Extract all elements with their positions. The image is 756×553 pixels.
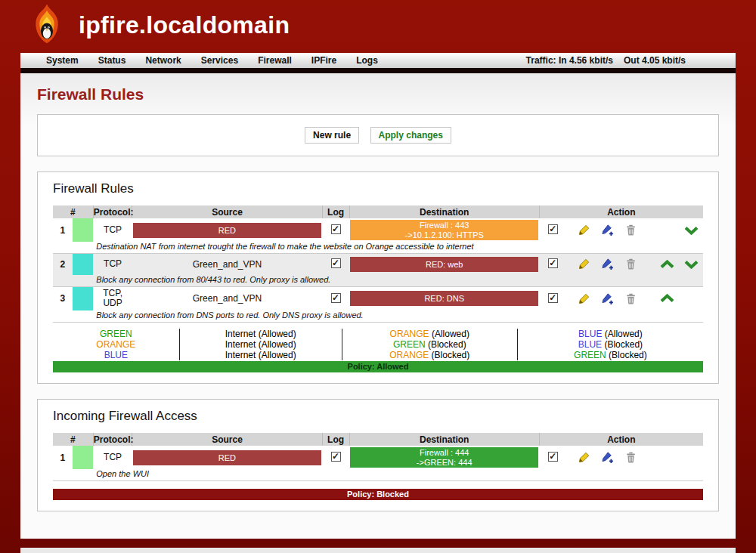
rule-remark: Block any connection from DNS ports to r… [93, 310, 703, 323]
move-down-slot [681, 293, 701, 304]
col-header-protocol: Protocol: [93, 205, 132, 218]
ipfire-flame-logo-icon [27, 3, 67, 47]
nav-item-firewall[interactable]: Firewall [258, 55, 292, 66]
policy-status-bar: Policy: Allowed [53, 361, 703, 372]
log-checkbox[interactable]: ✓ [331, 224, 341, 234]
destination-line2: ->10.1.2.100: HTTPS [350, 230, 538, 240]
copy-rule-pen-icon[interactable] [601, 452, 614, 463]
col-header-source: Source [132, 433, 322, 446]
col-header-log: Log [322, 205, 349, 218]
app-header: ipfire.localdomain [0, 0, 756, 50]
move-up-icon[interactable] [657, 259, 677, 270]
legend-zone-cell: GREEN [53, 329, 180, 339]
traffic-stats: Traffic: In 4.56 kbit/s Out 4.05 kbit/s [526, 55, 736, 66]
move-up-slot [657, 225, 677, 236]
check-icon: ✓ [332, 258, 339, 268]
ipfire-admin-page: ipfire.localdomain System Status Network… [0, 0, 756, 553]
copy-rule-pen-icon[interactable] [601, 293, 614, 304]
edit-pencil-icon[interactable] [578, 258, 590, 270]
col-header-protocol: Protocol: [93, 433, 132, 446]
col-header-source: Source [132, 205, 322, 218]
nav-item-ipfire[interactable]: IPFire [311, 55, 336, 66]
rules-toolbar: New rule Apply changes [37, 114, 719, 156]
log-checkbox[interactable]: ✓ [331, 452, 341, 462]
rule-note-row: Block any connection from DNS ports to r… [53, 310, 703, 323]
rule-color-strip [73, 446, 94, 469]
legend-policy-cell: GREEN (Blocked) [518, 350, 703, 360]
check-icon: ✓ [332, 292, 339, 303]
log-checkbox[interactable]: ✓ [331, 258, 341, 268]
col-header-action: Action [539, 205, 703, 218]
rule-number: 1 [53, 446, 73, 469]
move-down-icon[interactable] [681, 225, 701, 236]
edit-pencil-icon[interactable] [578, 452, 590, 463]
table-header-row: # Protocol: Source Log Destination Actio… [53, 205, 703, 218]
table-row: 1 TCP RED ✓ Firewall : 444 ->GREEN: 444 … [53, 446, 703, 469]
table-row: 3 TCP, UDP Green_and_VPN ✓ RED: DNS ✓ [53, 286, 703, 310]
rule-active-checkbox[interactable]: ✓ [548, 258, 558, 268]
destination-zone-badge: RED: DNS [350, 291, 538, 306]
source-zone: Green_and_VPN [132, 286, 322, 310]
rule-color-strip [73, 218, 94, 242]
traffic-in: Traffic: In 4.56 kbit/s [526, 55, 613, 66]
rule-protocol: TCP, UDP [93, 286, 132, 310]
copy-rule-pen-icon[interactable] [601, 258, 614, 270]
nav-item-system[interactable]: System [46, 55, 79, 66]
nav-item-logs[interactable]: Logs [356, 55, 378, 66]
edit-pencil-icon[interactable] [578, 293, 590, 304]
move-up-icon[interactable] [657, 293, 677, 304]
rule-color-strip [73, 286, 94, 310]
log-checkbox[interactable]: ✓ [331, 293, 341, 303]
destination-line1: Firewall : 444 [350, 448, 538, 458]
legend-policy-cell: GREEN (Blocked) [342, 339, 518, 350]
rule-remark: Block any connection from 80/443 to red.… [93, 275, 703, 287]
col-header-destination: Destination [349, 205, 539, 218]
rule-protocol: TCP [93, 446, 132, 469]
col-header-num: # [53, 205, 93, 218]
rule-remark: Open the WUI [93, 469, 703, 481]
policy-status-bar: Policy: Blocked [53, 489, 703, 500]
rule-number: 2 [53, 254, 73, 275]
new-rule-button[interactable]: New rule [305, 127, 359, 144]
rule-number: 3 [53, 286, 73, 310]
delete-trash-icon[interactable] [625, 452, 637, 463]
rule-active-checkbox[interactable]: ✓ [548, 452, 558, 462]
table-header-row: # Protocol: Source Log Destination Actio… [53, 433, 703, 446]
firewall-rules-section: Firewall Rules # Protocol: Source Log De… [37, 171, 719, 384]
check-icon: ✓ [549, 292, 556, 303]
firewall-rules-table: # Protocol: Source Log Destination Actio… [53, 205, 703, 323]
legend-zone-cell: BLUE [53, 350, 180, 360]
rule-active-checkbox[interactable]: ✓ [548, 224, 558, 234]
delete-trash-icon[interactable] [625, 258, 637, 270]
legend-policy-cell: BLUE (Allowed) [518, 329, 703, 339]
legend-policy-cell: ORANGE (Blocked) [342, 350, 518, 360]
rule-note-row: Block any connection from 80/443 to red.… [53, 275, 703, 287]
move-down-icon[interactable] [681, 259, 701, 270]
rule-remark: Destination NAT from internet trought th… [93, 242, 703, 254]
apply-changes-button[interactable]: Apply changes [370, 127, 451, 144]
nav-item-status[interactable]: Status [98, 55, 126, 66]
rule-active-checkbox[interactable]: ✓ [548, 293, 558, 303]
nav-item-services[interactable]: Services [201, 55, 238, 66]
delete-trash-icon[interactable] [625, 293, 637, 304]
hostname-title: ipfire.localdomain [79, 11, 290, 39]
check-icon: ✓ [332, 224, 339, 234]
legend-policy-cell: BLUE (Blocked) [518, 339, 703, 350]
col-header-log: Log [322, 433, 349, 446]
page-footer: IPFire 2.21 (x86_64) - Core Update 124 I… [20, 548, 736, 553]
copy-rule-pen-icon[interactable] [601, 224, 614, 236]
check-icon: ✓ [549, 451, 556, 462]
nav-item-network[interactable]: Network [145, 55, 181, 66]
destination-zone-badge: RED: web [350, 257, 538, 272]
delete-trash-icon[interactable] [625, 224, 637, 236]
destination-zone-badge: Firewall : 444 ->GREEN: 444 [350, 447, 538, 468]
content-panel: Firewall Rules New rule Apply changes Fi… [20, 73, 736, 539]
destination-line2: ->GREEN: 444 [350, 458, 538, 468]
col-header-destination: Destination [349, 433, 539, 446]
destination-line1: Firewall : 443 [350, 221, 538, 230]
edit-pencil-icon[interactable] [578, 224, 590, 236]
destination-zone-badge: Firewall : 443 ->10.1.2.100: HTTPS [350, 220, 538, 240]
legend-internet-cell: Internet (Allowed) [180, 329, 342, 339]
source-zone-badge: RED [133, 223, 321, 238]
col-header-action: Action [539, 433, 703, 446]
